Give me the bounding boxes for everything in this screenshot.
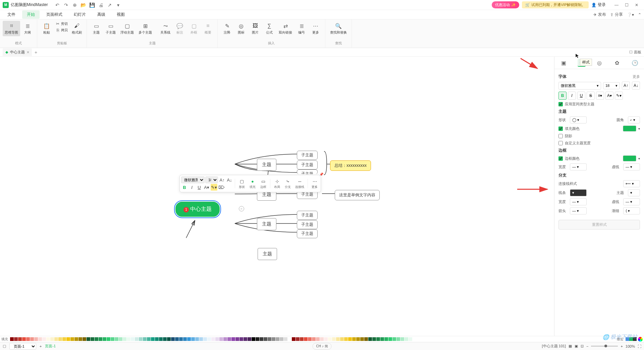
taper-dropdown[interactable]: ⟨ ▾ [623, 207, 640, 214]
color-swatch[interactable] [207, 337, 211, 341]
minimize-button[interactable]: — [612, 2, 621, 8]
summary-callout[interactable]: 总结：xxxxxxxxxx [330, 160, 371, 171]
add-tab-icon[interactable]: + [35, 50, 37, 55]
menu-start[interactable]: 开始 [22, 10, 40, 19]
shape-dropdown[interactable]: ◯ ▾ [570, 116, 587, 123]
fill-button[interactable]: ●填充 [248, 177, 257, 190]
pin-icon[interactable]: 📌 [319, 172, 323, 176]
color-swatch[interactable] [219, 337, 223, 341]
redo-icon[interactable]: ↷ [63, 2, 69, 8]
color-swatch[interactable] [203, 337, 207, 341]
color-swatch[interactable] [135, 337, 139, 341]
color-swatch[interactable] [352, 337, 356, 341]
trial-badge[interactable]: 🛒 试用已到期，开通VIP解锁限制。 [522, 1, 589, 8]
color-swatch[interactable] [131, 337, 135, 341]
color-swatch[interactable] [296, 337, 300, 341]
canvas[interactable]: 1 中心主题 − 主题 主题 主题 主题 子主题 子主题 子主题 总结：xxxx… [0, 57, 554, 336]
color-swatch[interactable] [87, 337, 90, 341]
color-swatch[interactable] [260, 337, 263, 341]
language-badge[interactable]: CH ♪ 简 [313, 343, 332, 350]
border-width-dropdown[interactable]: — ▾ [570, 163, 587, 170]
corner-dropdown[interactable]: ⌐ ▾ [628, 116, 640, 123]
menu-page-style[interactable]: 页面样式 [42, 10, 67, 19]
color-swatch[interactable] [280, 337, 283, 341]
paste-button[interactable]: 📋粘贴 [40, 21, 53, 36]
color-swatch[interactable] [34, 337, 38, 341]
underline-icon[interactable]: U [196, 184, 203, 191]
color-swatch[interactable] [215, 337, 219, 341]
color-swatch[interactable] [400, 337, 404, 341]
color-swatch[interactable] [324, 337, 328, 341]
color-swatch[interactable] [368, 337, 372, 341]
add-child-button[interactable]: − [239, 206, 244, 211]
subtopic-node[interactable]: 子主题 [297, 220, 318, 229]
color-swatch[interactable] [103, 337, 106, 341]
color-swatch[interactable] [199, 337, 203, 341]
color-swatch[interactable] [409, 337, 412, 341]
zoom-out-icon[interactable]: − [586, 344, 588, 348]
cut-button[interactable]: ✂剪切 [54, 21, 69, 27]
color-swatch[interactable] [14, 337, 18, 341]
color-swatch[interactable] [384, 337, 388, 341]
subtopic-node[interactable]: 子主题 [297, 169, 318, 174]
connector-style-dropdown[interactable]: ⟵ ▾ [623, 180, 640, 187]
color-swatch[interactable] [195, 337, 199, 341]
font-family-select[interactable]: 微软雅黑 [181, 177, 205, 183]
fullscreen-icon[interactable]: ⛶ [638, 344, 641, 348]
zoom-slider[interactable] [591, 346, 618, 347]
underline-button[interactable]: U [577, 92, 585, 100]
color-swatch[interactable] [300, 337, 304, 341]
color-swatch[interactable] [380, 337, 384, 341]
font-size-dropdown[interactable]: 18▾ [603, 82, 620, 89]
subtopic-node[interactable]: 子主题 [297, 229, 318, 238]
color-swatch[interactable] [91, 337, 94, 341]
subtopic-node[interactable]: 子主题 [297, 211, 318, 220]
callout-button[interactable]: 💬标注 [173, 21, 186, 36]
color-swatch[interactable] [26, 337, 30, 341]
color-swatch[interactable] [268, 337, 271, 341]
color-swatch[interactable] [54, 337, 58, 341]
close-button[interactable]: ✕ [632, 2, 641, 8]
color-swatch[interactable] [119, 337, 122, 341]
color-swatch[interactable] [46, 337, 50, 341]
color-swatch[interactable] [139, 337, 143, 341]
color-swatch[interactable] [256, 337, 259, 341]
color-swatch[interactable] [312, 337, 316, 341]
format-painter-button[interactable]: 🖌格式刷 [70, 21, 84, 36]
color-swatch[interactable] [405, 337, 408, 341]
color-swatch[interactable] [50, 337, 54, 341]
color-swatch[interactable] [396, 337, 400, 341]
close-tab-icon[interactable]: × [27, 50, 29, 55]
maximize-button[interactable]: ☐ [622, 2, 631, 8]
clear-format-icon[interactable]: ⌦ [218, 184, 225, 191]
border-dash-dropdown[interactable]: — ▾ [623, 163, 640, 170]
color-swatch[interactable] [18, 337, 22, 341]
arrow-dropdown[interactable]: — ▾ [570, 207, 587, 214]
color-swatch[interactable] [163, 337, 167, 341]
font-family-dropdown[interactable]: 微软雅黑▾ [558, 82, 601, 90]
color-swatch[interactable] [78, 337, 82, 341]
color-swatch[interactable] [344, 337, 348, 341]
color-swatch[interactable] [99, 337, 102, 341]
color-swatch[interactable] [179, 337, 183, 341]
increase-font-icon[interactable]: A↑ [219, 177, 225, 183]
image-button[interactable]: 🖼图片 [249, 21, 262, 36]
align-button[interactable]: ≡▾ [596, 92, 604, 100]
increase-font-button[interactable]: A↑ [622, 82, 630, 90]
custom-width-checkbox[interactable]: 自定义主题宽度 [558, 141, 640, 146]
italic-button[interactable]: I [568, 92, 576, 100]
border-color-swatch[interactable] [623, 155, 636, 161]
color-swatch[interactable] [30, 337, 34, 341]
color-swatch[interactable] [74, 337, 78, 341]
topic-node[interactable]: 主题 [257, 159, 276, 171]
color-swatch[interactable] [239, 337, 243, 341]
open-icon[interactable]: 📂 [81, 2, 86, 8]
italic-icon[interactable]: I [189, 184, 195, 191]
color-swatch[interactable] [171, 337, 175, 341]
color-swatch[interactable] [159, 337, 163, 341]
view-icon-2[interactable]: ▣ [575, 344, 578, 348]
color-swatch[interactable] [66, 337, 70, 341]
bold-button[interactable]: B [558, 92, 567, 100]
shadow-checkbox[interactable]: 阴影 [558, 134, 640, 139]
export-icon[interactable]: ↗ [107, 2, 112, 8]
